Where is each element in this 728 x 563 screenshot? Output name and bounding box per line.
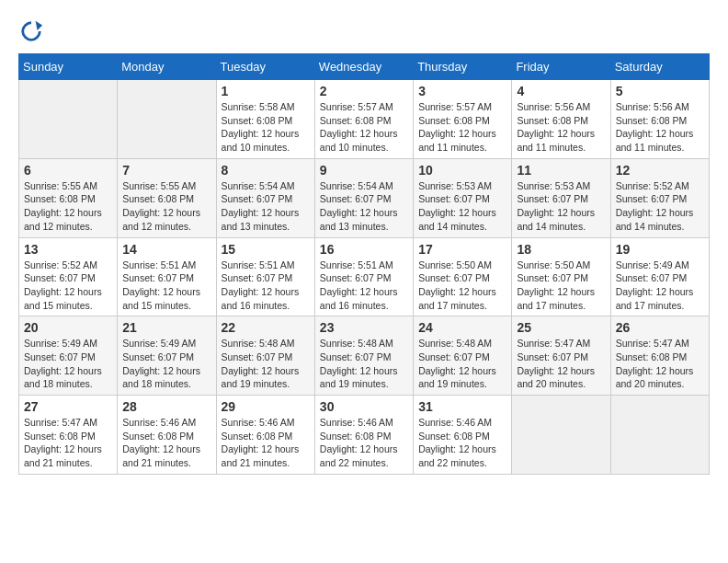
calendar-cell — [118, 80, 216, 159]
day-info: Sunrise: 5:56 AM Sunset: 6:08 PM Dayligh… — [616, 100, 704, 155]
day-number: 12 — [616, 163, 704, 178]
header-sunday: Sunday — [19, 54, 118, 80]
calendar-cell: 6Sunrise: 5:55 AM Sunset: 6:08 PM Daylig… — [19, 158, 118, 237]
day-number: 9 — [320, 163, 408, 178]
header-tuesday: Tuesday — [216, 54, 314, 80]
day-info: Sunrise: 5:46 AM Sunset: 6:08 PM Dayligh… — [122, 416, 210, 470]
calendar-cell: 26Sunrise: 5:47 AM Sunset: 6:08 PM Dayli… — [610, 316, 709, 396]
day-info: Sunrise: 5:51 AM Sunset: 6:07 PM Dayligh… — [320, 259, 408, 313]
header-monday: Monday — [118, 54, 216, 80]
day-number: 3 — [418, 84, 506, 98]
day-info: Sunrise: 5:50 AM Sunset: 6:07 PM Dayligh… — [418, 259, 506, 313]
day-info: Sunrise: 5:48 AM Sunset: 6:07 PM Dayligh… — [222, 337, 310, 391]
calendar-cell — [610, 396, 709, 475]
day-info: Sunrise: 5:46 AM Sunset: 6:08 PM Dayligh… — [418, 416, 506, 470]
calendar-cell: 16Sunrise: 5:51 AM Sunset: 6:07 PM Dayli… — [314, 237, 413, 316]
day-number: 16 — [320, 242, 408, 257]
page-header — [18, 18, 710, 44]
calendar-week-row: 1Sunrise: 5:58 AM Sunset: 6:08 PM Daylig… — [19, 80, 710, 159]
logo-icon — [18, 18, 44, 44]
day-number: 23 — [320, 320, 408, 335]
day-number: 30 — [320, 399, 408, 414]
day-info: Sunrise: 5:46 AM Sunset: 6:08 PM Dayligh… — [222, 416, 310, 470]
calendar-cell: 9Sunrise: 5:54 AM Sunset: 6:07 PM Daylig… — [314, 158, 413, 237]
day-number: 28 — [122, 399, 210, 414]
day-number: 26 — [616, 320, 704, 335]
day-info: Sunrise: 5:49 AM Sunset: 6:07 PM Dayligh… — [122, 337, 210, 391]
calendar-cell: 22Sunrise: 5:48 AM Sunset: 6:07 PM Dayli… — [216, 316, 314, 396]
day-number: 17 — [418, 242, 506, 257]
calendar-cell: 14Sunrise: 5:51 AM Sunset: 6:07 PM Dayli… — [118, 237, 216, 316]
day-number: 4 — [517, 84, 605, 98]
calendar-cell: 31Sunrise: 5:46 AM Sunset: 6:08 PM Dayli… — [414, 396, 512, 475]
day-number: 1 — [222, 84, 310, 98]
day-info: Sunrise: 5:57 AM Sunset: 6:08 PM Dayligh… — [418, 100, 506, 155]
day-number: 19 — [616, 242, 704, 257]
calendar-cell: 2Sunrise: 5:57 AM Sunset: 6:08 PM Daylig… — [314, 80, 413, 159]
day-number: 29 — [222, 399, 310, 414]
day-info: Sunrise: 5:49 AM Sunset: 6:07 PM Dayligh… — [616, 259, 704, 313]
calendar-cell: 18Sunrise: 5:50 AM Sunset: 6:07 PM Dayli… — [512, 237, 610, 316]
day-number: 7 — [122, 163, 210, 178]
calendar-week-row: 13Sunrise: 5:52 AM Sunset: 6:07 PM Dayli… — [19, 237, 710, 316]
calendar-cell — [512, 396, 610, 475]
day-info: Sunrise: 5:51 AM Sunset: 6:07 PM Dayligh… — [222, 259, 310, 313]
calendar-cell: 5Sunrise: 5:56 AM Sunset: 6:08 PM Daylig… — [610, 80, 709, 159]
day-info: Sunrise: 5:52 AM Sunset: 6:07 PM Dayligh… — [616, 179, 704, 234]
calendar-cell: 10Sunrise: 5:53 AM Sunset: 6:07 PM Dayli… — [414, 158, 512, 237]
day-number: 14 — [122, 242, 210, 257]
calendar-table: SundayMondayTuesdayWednesdayThursdayFrid… — [18, 53, 710, 475]
day-info: Sunrise: 5:49 AM Sunset: 6:07 PM Dayligh… — [24, 337, 112, 391]
day-info: Sunrise: 5:46 AM Sunset: 6:08 PM Dayligh… — [320, 416, 408, 470]
logo — [18, 18, 48, 44]
day-number: 5 — [616, 84, 704, 98]
calendar-cell: 25Sunrise: 5:47 AM Sunset: 6:07 PM Dayli… — [512, 316, 610, 396]
day-info: Sunrise: 5:48 AM Sunset: 6:07 PM Dayligh… — [418, 337, 506, 391]
calendar-cell: 3Sunrise: 5:57 AM Sunset: 6:08 PM Daylig… — [414, 80, 512, 159]
day-info: Sunrise: 5:54 AM Sunset: 6:07 PM Dayligh… — [222, 179, 310, 234]
calendar-cell: 24Sunrise: 5:48 AM Sunset: 6:07 PM Dayli… — [414, 316, 512, 396]
calendar-cell: 11Sunrise: 5:53 AM Sunset: 6:07 PM Dayli… — [512, 158, 610, 237]
calendar-header-row: SundayMondayTuesdayWednesdayThursdayFrid… — [19, 54, 710, 80]
day-number: 20 — [24, 320, 112, 335]
day-info: Sunrise: 5:47 AM Sunset: 6:08 PM Dayligh… — [24, 416, 112, 470]
day-number: 13 — [24, 242, 112, 257]
calendar-week-row: 6Sunrise: 5:55 AM Sunset: 6:08 PM Daylig… — [19, 158, 710, 237]
day-info: Sunrise: 5:53 AM Sunset: 6:07 PM Dayligh… — [418, 179, 506, 234]
calendar-cell: 29Sunrise: 5:46 AM Sunset: 6:08 PM Dayli… — [216, 396, 314, 475]
day-info: Sunrise: 5:47 AM Sunset: 6:08 PM Dayligh… — [616, 337, 704, 391]
day-number: 21 — [122, 320, 210, 335]
day-info: Sunrise: 5:58 AM Sunset: 6:08 PM Dayligh… — [222, 100, 310, 155]
calendar-week-row: 20Sunrise: 5:49 AM Sunset: 6:07 PM Dayli… — [19, 316, 710, 396]
day-number: 2 — [320, 84, 408, 98]
day-info: Sunrise: 5:51 AM Sunset: 6:07 PM Dayligh… — [122, 259, 210, 313]
day-info: Sunrise: 5:53 AM Sunset: 6:07 PM Dayligh… — [517, 179, 605, 234]
day-number: 27 — [24, 399, 112, 414]
header-wednesday: Wednesday — [314, 54, 413, 80]
day-number: 8 — [222, 163, 310, 178]
header-saturday: Saturday — [610, 54, 709, 80]
calendar-cell: 19Sunrise: 5:49 AM Sunset: 6:07 PM Dayli… — [610, 237, 709, 316]
day-info: Sunrise: 5:57 AM Sunset: 6:08 PM Dayligh… — [320, 100, 408, 155]
calendar-cell: 7Sunrise: 5:55 AM Sunset: 6:08 PM Daylig… — [118, 158, 216, 237]
calendar-cell: 28Sunrise: 5:46 AM Sunset: 6:08 PM Dayli… — [118, 396, 216, 475]
calendar-cell: 23Sunrise: 5:48 AM Sunset: 6:07 PM Dayli… — [314, 316, 413, 396]
calendar-week-row: 27Sunrise: 5:47 AM Sunset: 6:08 PM Dayli… — [19, 396, 710, 475]
day-number: 24 — [418, 320, 506, 335]
day-number: 25 — [517, 320, 605, 335]
header-thursday: Thursday — [414, 54, 512, 80]
calendar-cell: 12Sunrise: 5:52 AM Sunset: 6:07 PM Dayli… — [610, 158, 709, 237]
calendar-cell: 15Sunrise: 5:51 AM Sunset: 6:07 PM Dayli… — [216, 237, 314, 316]
day-info: Sunrise: 5:56 AM Sunset: 6:08 PM Dayligh… — [517, 100, 605, 155]
day-info: Sunrise: 5:52 AM Sunset: 6:07 PM Dayligh… — [24, 259, 112, 313]
day-number: 10 — [418, 163, 506, 178]
day-info: Sunrise: 5:55 AM Sunset: 6:08 PM Dayligh… — [122, 179, 210, 234]
day-info: Sunrise: 5:50 AM Sunset: 6:07 PM Dayligh… — [517, 259, 605, 313]
day-number: 11 — [517, 163, 605, 178]
calendar-cell: 21Sunrise: 5:49 AM Sunset: 6:07 PM Dayli… — [118, 316, 216, 396]
day-info: Sunrise: 5:48 AM Sunset: 6:07 PM Dayligh… — [320, 337, 408, 391]
header-friday: Friday — [512, 54, 610, 80]
calendar-cell: 27Sunrise: 5:47 AM Sunset: 6:08 PM Dayli… — [19, 396, 118, 475]
calendar-cell: 4Sunrise: 5:56 AM Sunset: 6:08 PM Daylig… — [512, 80, 610, 159]
day-number: 31 — [418, 399, 506, 414]
